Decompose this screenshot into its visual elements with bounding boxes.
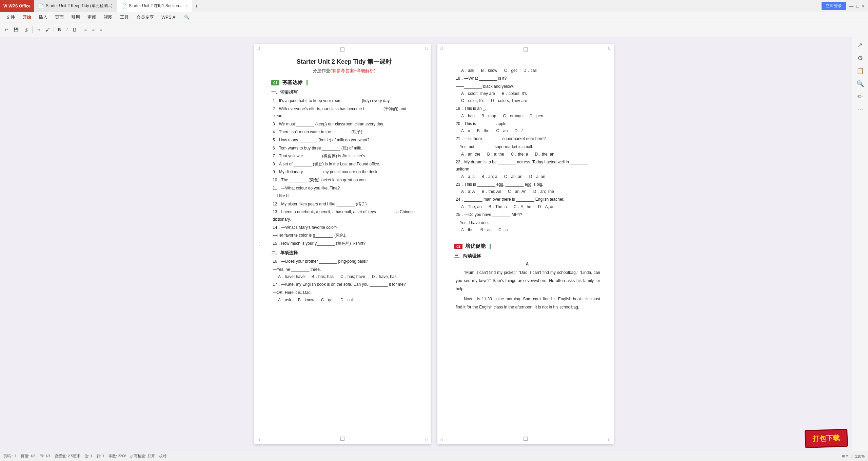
q18b: ——________ black and yellow. [454,83,600,91]
toolbar-save[interactable]: 💾 [12,26,21,33]
q24-options: A．The; an B．The; a C．A; the D．A; an [454,204,600,210]
exercise-8: 8．A set of ________ (钥匙) is in the Lost … [271,161,417,168]
q22-opt-d: D．a; an [529,174,545,180]
exercise-7: 7．That yellow e________ (橡皮擦) is Jim's s… [271,153,417,160]
q25-options: A．the B．an C．a [454,227,600,233]
q22-opt-c: C．an; an [504,174,522,180]
exercise-2: 2．With everyone's efforts, our class has… [271,105,417,120]
right-panel-icon2[interactable]: ⚙ [856,53,864,63]
part2-label: 二、单项选择 [271,250,417,256]
section1-title: 夯基达标 [282,79,302,86]
q17c-opt-b: B．know [481,68,497,74]
q17-opt-a: A．ask [278,297,291,303]
toolbar-align-left[interactable]: ≡ [82,26,89,33]
close-button[interactable]: × [862,3,865,9]
menu-home[interactable]: 开始 [19,14,35,21]
reading-title: A [454,262,600,266]
right-panel-icon1[interactable]: ↗ [856,40,864,50]
menu-insert[interactable]: 插入 [35,14,51,21]
q21-opt-d: D．the; an [535,152,554,157]
restore-button[interactable]: □ [856,3,859,9]
right-panel-icon5[interactable]: ✏ [856,92,864,102]
tab1-icon: 📄 [38,3,44,9]
page-border-bottom2 [524,437,528,441]
q17-opt-d: D．call [340,297,354,303]
menu-view[interactable]: 视图 [100,14,116,21]
tab-1[interactable]: 📄 Starter Unit 2 Keep Tidy (单元检测...) [34,0,117,12]
section1-badge: 01 [271,80,279,85]
tab-add-button[interactable]: + [192,3,201,9]
toolbar-align-center[interactable]: ≡ [90,26,97,33]
toolbar-underline[interactable]: U [71,26,78,33]
menu-file[interactable]: 文件 [3,14,18,21]
right-panel-icon3[interactable]: 📋 [855,66,865,76]
toolbar: ↩ 💾 🖨 ↪ 🖌 B I U ≡ ≡ ≡ [0,22,868,37]
exercise-6: 6．Tom wants to buy three ________ (瓶) of… [271,145,417,152]
tab2-icon: 📄 [121,3,127,9]
q17-opts-cont: A．ask B．know C．get D．call [454,68,600,74]
right-panel-icon6[interactable]: ⋯ [856,104,865,115]
exercise-1: 1．It's a good habit to keep your room __… [271,97,417,105]
menu-search[interactable]: 🔍 [181,14,193,20]
minimize-button[interactable]: — [849,3,853,9]
tab-2[interactable]: 📄 Starter Unit 2 课时1 Section... × [117,0,192,12]
q23-opt-d: D．an; The [533,189,554,195]
q20-opt-d: D．/ [514,128,522,134]
q18-opt-b: B．colors; It's [502,91,527,97]
q25b: —Yes, I have one. [454,219,600,227]
q17-opt-b: B．know [298,297,314,303]
page-border-top2 [524,47,528,52]
section2-bar [490,244,491,249]
right-panel-icon4[interactable]: 🔍 [855,79,865,89]
exercise-12: 12．My sister likes pears and I like ____… [271,201,417,208]
exercise-4: 4．There isn't much water in the ________… [271,128,417,136]
toolbar-format-painter[interactable]: 🖌 [43,26,52,33]
wps-logo[interactable]: W WPS Office [0,0,34,12]
download-badge[interactable]: 打包下载 [805,429,848,448]
exercise-5: 5．How many ________ (bottle) of milk do … [271,137,417,144]
q25-opt-c: C．a [498,227,508,233]
save-button[interactable]: 立即登录 [822,2,846,10]
q17c-opt-d: D．call [524,68,537,74]
q21: 21．—Is there ________ supermarket near h… [454,135,600,143]
corner-mark-tr2 [608,47,611,49]
menu-wps-ai[interactable]: WPS AI [158,14,180,20]
toolbar-undo[interactable]: ↩ [3,26,10,33]
q18-opt-c: C．color; It's [461,98,484,104]
menu-reference[interactable]: 引用 [68,14,83,21]
corner-mark-tr [425,47,428,49]
section2-header: 02 培优促能 [454,243,600,249]
statusbar-right: ⊞ ≡ ⊡ 110% [842,454,865,458]
q18-options2: C．color; It's D．colors; They are [454,98,600,104]
document-page-1: ⋮ Starter Unit 2 Keep Tidy 第一课时 分层作业(有参考… [254,44,431,444]
menu-vip[interactable]: 会员专享 [133,14,157,21]
statusbar: 页码：1 页面: 1/8 节: 1/1 设置值: 2.5厘米 位: 1 行: 1… [0,451,868,461]
toolbar-bold[interactable]: B [56,26,63,33]
subtitle-suffix: ) [374,68,375,73]
subtitle-red: 有参考答案+详细解析 [332,68,374,73]
toolbar-align-right[interactable]: ≡ [98,26,104,33]
page-border-bottom [340,437,344,441]
statusbar-view-icons[interactable]: ⊞ ≡ ⊡ [842,454,852,458]
statusbar-section: 节: 1/1 [40,454,51,459]
statusbar-zoom[interactable]: 110% [855,454,865,458]
wps-logo-icon: W [3,4,7,8]
q20-opt-c: C．an [496,128,508,134]
corner-mark-bl2 [440,439,443,441]
statusbar-row: 行: 1 [97,454,104,459]
q20: 20．This is ________ apple. [454,120,600,128]
menu-review[interactable]: 审阅 [84,14,100,21]
reading-p2: Now it is 11:30 in the morning. Sam can'… [454,295,600,311]
tab2-close[interactable]: × [186,4,188,8]
part1-label: 一、词语拼写 [271,89,417,95]
toolbar-redo[interactable]: ↪ [35,26,42,33]
menu-tools[interactable]: 工具 [117,14,132,21]
toolbar-italic[interactable]: I [64,26,70,33]
toolbar-print[interactable]: 🖨 [22,26,30,33]
menu-page[interactable]: 页面 [52,14,67,21]
topbar-left: W WPS Office 📄 Starter Unit 2 Keep Tidy … [0,0,201,12]
section2-badge: 02 [454,244,462,249]
drag-handle[interactable]: ⋮ [257,241,262,247]
q16b: —Yes, he ________ three. [271,266,417,274]
right-panel: ↗ ⚙ 📋 🔍 ✏ ⋯ [852,37,868,451]
